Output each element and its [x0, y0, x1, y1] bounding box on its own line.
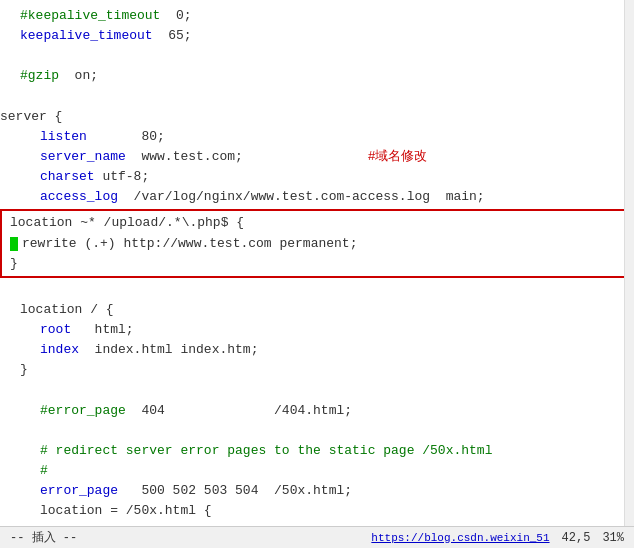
highlight-line-rewrite: rewrite (.+) http://www.test.com permane…	[2, 234, 624, 254]
highlighted-block: location ~* /upload/.*\.php$ { rewrite (…	[0, 209, 626, 277]
line-3	[0, 46, 634, 66]
editor-container: #keepalive_timeout 0; keepalive_timeout …	[0, 0, 634, 548]
line-15	[0, 280, 634, 300]
line-1: #keepalive_timeout 0;	[0, 6, 634, 26]
line-4: #gzip on;	[0, 66, 634, 86]
status-percent: 31%	[602, 531, 624, 545]
highlight-line-close: }	[2, 254, 624, 274]
status-mode: -- 插入 --	[10, 529, 77, 546]
line-20	[0, 381, 634, 401]
line-7: listen 80;	[0, 127, 634, 147]
line-8: server_name www.test.com; #域名修改	[0, 147, 634, 167]
line-5	[0, 87, 634, 107]
status-position: 42,5	[562, 531, 591, 545]
line-23: # redirect server error pages to the sta…	[0, 441, 634, 461]
line-26: location = /50x.html {	[0, 501, 634, 521]
line-2: keepalive_timeout 65;	[0, 26, 634, 46]
highlight-line-location: location ~* /upload/.*\.php$ {	[2, 213, 624, 233]
code-area: #keepalive_timeout 0; keepalive_timeout …	[0, 0, 634, 548]
line-22	[0, 421, 634, 441]
line-25: error_page 500 502 503 504 /50x.html;	[0, 481, 634, 501]
line-10: access_log /var/log/nginx/www.test.com-a…	[0, 187, 634, 207]
green-marker	[10, 237, 18, 251]
line-19: }	[0, 360, 634, 380]
line-9: charset utf-8;	[0, 167, 634, 187]
status-link: https://blog.csdn.weixin_51	[371, 532, 549, 544]
line-17: root html;	[0, 320, 634, 340]
statusbar: -- 插入 -- https://blog.csdn.weixin_51 42,…	[0, 526, 634, 548]
line-21: #error_page 404 /404.html;	[0, 401, 634, 421]
line-24: #	[0, 461, 634, 481]
status-right: https://blog.csdn.weixin_51 42,5 31%	[371, 531, 624, 545]
line-18: index index.html index.htm;	[0, 340, 634, 360]
line-6: server {	[0, 107, 634, 127]
scrollbar[interactable]	[624, 0, 634, 548]
line-16: location / {	[0, 300, 634, 320]
